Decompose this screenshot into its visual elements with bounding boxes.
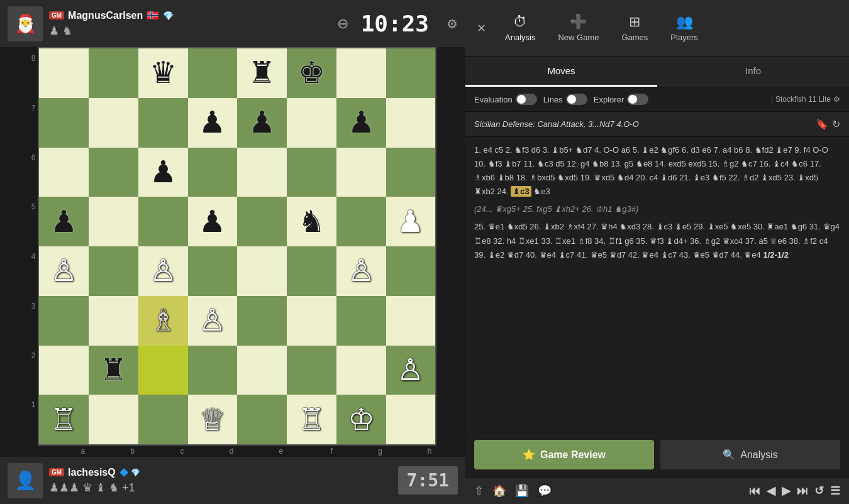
square[interactable] [287,346,336,395]
square[interactable] [188,148,238,197]
tab-moves[interactable]: Moves [465,57,657,87]
square[interactable] [188,246,238,296]
nav-games[interactable]: ⊞ Games [610,9,659,47]
share-icon[interactable]: ⇧ [474,484,484,498]
home-icon[interactable]: 🏠 [492,484,506,498]
analysis-button[interactable]: 🔍 Analysis [660,440,840,469]
board-wrapper: 8 7 6 5 4 3 2 1 ♛♜♚♟♟♟♟♟♟♞♟♙♙♙♗♙♜♙♖♕♖♔ a… [29,47,437,457]
square[interactable]: ♞ [287,197,336,246]
square[interactable] [89,246,138,296]
square[interactable] [89,395,138,444]
menu-button[interactable]: ☰ [830,484,840,498]
square[interactable] [386,395,436,444]
square[interactable]: ♛ [138,48,188,98]
square[interactable]: ♟ [39,197,89,246]
square[interactable] [336,48,386,98]
square[interactable] [188,48,238,98]
save-icon[interactable]: 💾 [515,484,529,498]
square[interactable] [138,98,188,148]
square[interactable] [336,197,386,246]
square[interactable] [89,98,138,148]
nav-players[interactable]: 👥 Players [659,9,709,47]
square[interactable] [386,48,436,98]
square[interactable]: ♙ [39,246,89,296]
square[interactable] [386,148,436,197]
close-button[interactable]: ✕ [472,19,491,38]
square[interactable] [39,296,89,346]
current-move-highlight[interactable]: ♝c3 [511,186,531,197]
square[interactable] [89,48,138,98]
square[interactable]: ♔ [336,395,386,444]
chess-board[interactable]: ♛♜♚♟♟♟♟♟♟♞♟♙♙♙♗♙♜♙♖♕♖♔ [38,47,436,446]
square[interactable]: ♟ [386,197,436,246]
square[interactable] [336,346,386,395]
square[interactable] [287,246,336,296]
square[interactable] [287,98,336,148]
explorer-toggle[interactable]: Explorer [594,94,648,105]
square[interactable] [39,98,89,148]
square[interactable]: ♕ [188,395,238,444]
square[interactable] [39,346,89,395]
prev-move-button[interactable]: ◀ [767,484,775,498]
square[interactable] [138,395,188,444]
square[interactable]: ♙ [386,346,436,395]
evaluation-toggle[interactable]: Evaluation [474,94,537,105]
nav-analysis[interactable]: ⏱ Analysis [494,9,547,47]
square[interactable] [138,197,188,246]
rank-3: 3 [31,302,36,351]
evaluation-switch[interactable] [516,94,537,105]
lines-switch[interactable] [566,94,587,105]
square[interactable] [237,197,287,246]
square[interactable] [39,148,89,197]
lines-toggle[interactable]: Lines [543,94,587,105]
square[interactable]: ♗ [138,296,188,346]
square[interactable]: ♟ [188,197,238,246]
square[interactable] [89,148,138,197]
tab-info[interactable]: Info [657,57,849,87]
first-move-button[interactable]: ⏮ [749,485,760,498]
square[interactable] [188,346,238,395]
square[interactable] [237,395,287,444]
square[interactable]: ♙ [188,296,238,346]
square[interactable]: ♟ [237,98,287,148]
square[interactable] [138,346,188,395]
square[interactable] [89,197,138,246]
square[interactable] [336,148,386,197]
square[interactable] [237,296,287,346]
settings-gear-icon[interactable]: ⚙ [447,16,458,31]
engine-settings-icon[interactable]: ⚙ [833,95,840,104]
next-move-button[interactable]: ▶ [782,484,791,498]
square[interactable] [386,98,436,148]
explorer-switch[interactable] [627,94,648,105]
square[interactable] [89,296,138,346]
refresh-icon[interactable]: ↻ [832,118,840,130]
square[interactable]: ♟ [138,148,188,197]
square[interactable] [287,296,336,346]
square[interactable] [386,246,436,296]
square[interactable]: ♙ [336,246,386,296]
square[interactable]: ♖ [287,395,336,444]
search-icon: 🔍 [723,449,735,461]
square[interactable]: ♜ [89,346,138,395]
square[interactable] [237,148,287,197]
file-a: a [38,447,87,456]
square[interactable]: ♙ [138,246,188,296]
square[interactable]: ♟ [336,98,386,148]
game-review-button[interactable]: ⭐ Game Review [474,440,654,469]
square[interactable]: ♚ [287,48,336,98]
flip-board-button[interactable]: ↺ [814,484,824,498]
square[interactable] [237,346,287,395]
square[interactable]: ♖ [39,395,89,444]
timer-minus-icon[interactable]: ⊖ [337,16,348,32]
square[interactable] [237,246,287,296]
chat-icon[interactable]: 💬 [538,484,552,498]
square[interactable] [39,48,89,98]
square[interactable] [287,148,336,197]
square[interactable] [336,296,386,346]
bookmark-icon[interactable]: 🔖 [816,118,828,130]
square[interactable]: ♜ [237,48,287,98]
square[interactable] [386,296,436,346]
square[interactable]: ♟ [188,98,238,148]
last-move-button[interactable]: ⏭ [797,485,808,498]
nav-new-game[interactable]: ➕ New Game [547,9,610,47]
